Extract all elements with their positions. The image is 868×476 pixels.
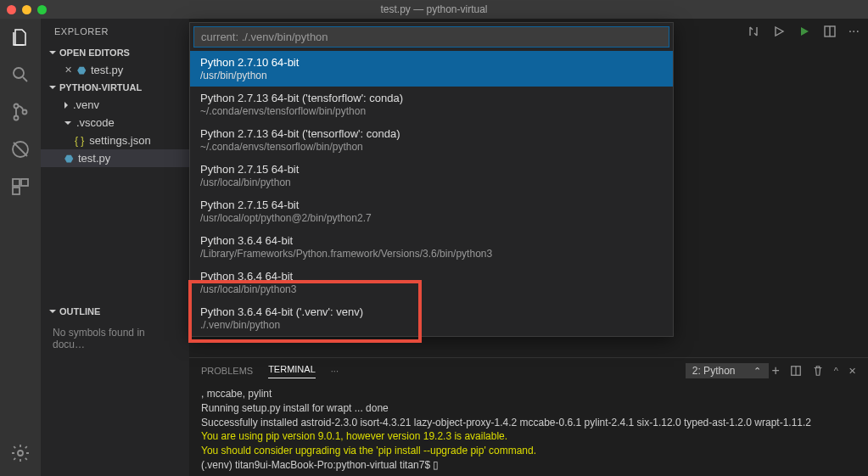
interpreter-option[interactable]: Python 2.7.10 64-bit/usr/bin/python [190, 51, 673, 87]
titlebar: test.py — python-virtual [0, 0, 868, 19]
svg-rect-6 [21, 179, 28, 186]
main-area: EXPLORER OPEN EDITORS ✕ ⬣ test.py PYTHON… [0, 19, 868, 476]
split-editor-icon[interactable] [823, 25, 837, 38]
more-icon[interactable]: ··· [848, 24, 860, 39]
python-file-icon: ⬣ [64, 153, 73, 165]
close-panel-icon[interactable]: ✕ [848, 366, 856, 377]
chevron-right-icon [64, 102, 68, 109]
source-control-icon[interactable] [10, 102, 31, 122]
outline-empty: No symbols found in docu… [41, 320, 189, 357]
maximize-panel-icon[interactable]: ^ [834, 366, 838, 376]
maximize-window-button[interactable] [37, 5, 47, 14]
run-icon[interactable] [798, 25, 811, 38]
window-title: test.py — python-virtual [380, 3, 487, 15]
svg-point-8 [18, 451, 23, 456]
open-editor-item[interactable]: ✕ ⬣ test.py [41, 61, 189, 79]
interpreter-option[interactable]: Python 2.7.15 64-bit/usr/local/bin/pytho… [190, 158, 673, 193]
chevron-down-icon [64, 121, 71, 125]
search-icon[interactable] [10, 64, 31, 85]
kill-terminal-icon[interactable] [812, 365, 824, 377]
explorer-icon[interactable] [10, 27, 31, 48]
sidebar: EXPLORER OPEN EDITORS ✕ ⬣ test.py PYTHON… [41, 19, 189, 476]
settings-gear-icon[interactable] [10, 443, 31, 463]
interpreter-option[interactable]: Python 3.6.4 64-bit/usr/local/bin/python… [190, 265, 673, 300]
debug-icon[interactable] [10, 139, 31, 160]
bottom-panel: PROBLEMS TERMINAL ··· 2: Python ⌃ + ^ ✕ … [189, 357, 868, 476]
minimize-window-button[interactable] [22, 5, 31, 14]
svg-point-1 [14, 104, 19, 109]
picker-input[interactable]: current: ./.venv/bin/python [193, 26, 669, 48]
folder-venv[interactable]: .venv [41, 96, 189, 114]
tab-problems[interactable]: PROBLEMS [201, 366, 253, 376]
file-settings-json[interactable]: { }settings.json [41, 132, 189, 149]
git-compare-icon[interactable] [747, 25, 760, 38]
new-terminal-icon[interactable]: + [771, 363, 779, 378]
run-outline-icon[interactable] [772, 25, 786, 38]
interpreter-option[interactable]: Python 2.7.13 64-bit ('tensforflow': con… [190, 87, 673, 122]
python-file-icon: ⬣ [77, 64, 86, 76]
close-icon[interactable]: ✕ [64, 64, 72, 76]
svg-rect-7 [13, 188, 20, 194]
outline-section[interactable]: OUTLINE [41, 303, 189, 320]
extensions-icon[interactable] [10, 176, 31, 197]
activity-bar [0, 19, 41, 476]
tab-more[interactable]: ··· [331, 366, 339, 376]
traffic-lights [0, 5, 47, 14]
interpreter-option[interactable]: Python 3.6.4 64-bit/Library/Frameworks/P… [190, 229, 673, 265]
file-test-py[interactable]: ⬣test.py [41, 149, 189, 167]
open-editors-section[interactable]: OPEN EDITORS [41, 44, 189, 61]
interpreter-picker: current: ./.venv/bin/python Python 2.7.1… [189, 22, 674, 337]
editor-area: ··· current: ./.venv/bin/python Python 2… [189, 19, 868, 476]
close-window-button[interactable] [7, 5, 16, 14]
interpreter-option[interactable]: Python 2.7.15 64-bit/usr/local/opt/pytho… [190, 193, 673, 229]
svg-rect-5 [13, 179, 20, 186]
workspace-section[interactable]: PYTHON-VIRTUAL [41, 79, 189, 96]
terminal-output[interactable]: , mccabe, pylint Running setup.py instal… [189, 384, 868, 476]
json-file-icon: { } [75, 135, 84, 147]
sidebar-header: EXPLORER [41, 19, 189, 44]
editor-toolbar: ··· [747, 24, 860, 39]
interpreter-option[interactable]: Python 3.6.4 64-bit ('.venv': venv)./.ve… [190, 300, 673, 336]
svg-point-2 [14, 116, 19, 120]
panel-tabs: PROBLEMS TERMINAL ··· 2: Python ⌃ + ^ ✕ [189, 358, 868, 384]
folder-vscode[interactable]: .vscode [41, 114, 189, 132]
svg-point-0 [14, 68, 24, 78]
interpreter-option[interactable]: Python 2.7.13 64-bit ('tensorflow': cond… [190, 122, 673, 158]
tab-terminal[interactable]: TERMINAL [268, 364, 316, 378]
svg-point-3 [23, 110, 27, 115]
split-terminal-icon[interactable] [790, 365, 802, 377]
